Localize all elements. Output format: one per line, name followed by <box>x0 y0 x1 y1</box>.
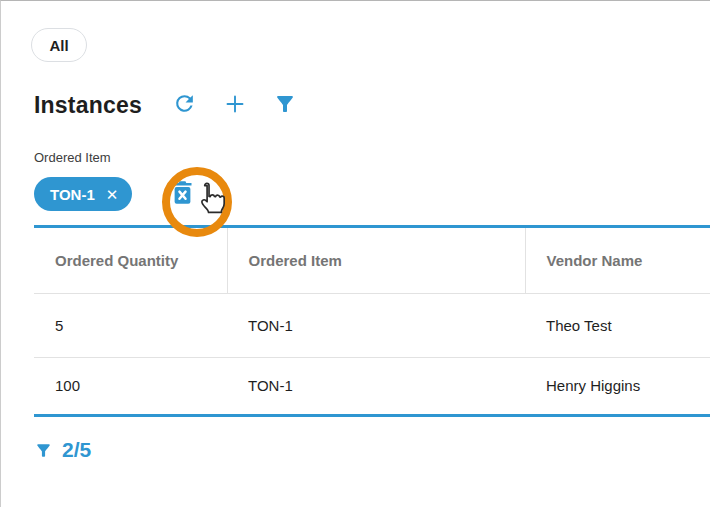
footer-filter-icon <box>34 441 53 460</box>
cell-ordered-quantity: 5 <box>34 293 227 357</box>
chip-remove-icon[interactable]: ✕ <box>106 187 119 202</box>
active-filter-row: TON-1 ✕ <box>34 177 710 211</box>
cell-vendor-name: Henry Higgins <box>525 357 710 414</box>
plus-icon <box>223 92 247 119</box>
cell-ordered-quantity: 100 <box>34 357 227 414</box>
instances-table: Ordered Quantity Ordered Item Vendor Nam… <box>34 225 710 417</box>
column-header-ordered-quantity: Ordered Quantity <box>34 228 227 293</box>
add-button[interactable] <box>223 92 247 119</box>
filter-button[interactable] <box>273 92 297 119</box>
delete-filter-icon <box>169 179 196 209</box>
table-header-row: Ordered Quantity Ordered Item Vendor Nam… <box>34 228 710 293</box>
instances-page: All Instances <box>0 0 710 507</box>
page-title: Instances <box>34 92 142 119</box>
cell-vendor-name: Theo Test <box>525 293 710 357</box>
column-header-vendor-name: Vendor Name <box>525 228 710 293</box>
refresh-button[interactable] <box>172 91 197 119</box>
cell-ordered-item: TON-1 <box>227 357 525 414</box>
filter-chip-ton1[interactable]: TON-1 ✕ <box>34 177 132 211</box>
table-row[interactable]: 100 TON-1 Henry Higgins <box>34 357 710 414</box>
cell-ordered-item: TON-1 <box>227 293 525 357</box>
filter-chip-label: TON-1 <box>50 186 95 203</box>
filter-field-label: Ordered Item <box>34 150 710 165</box>
clear-filter-button[interactable] <box>169 179 196 209</box>
page-header: Instances <box>34 91 710 119</box>
top-filter-bar: All <box>1 1 710 62</box>
table-footer: 2/5 <box>34 438 710 462</box>
refresh-icon <box>172 91 197 119</box>
all-tab-button[interactable]: All <box>31 28 87 62</box>
filter-count-badge: 2/5 <box>62 438 91 462</box>
column-header-ordered-item: Ordered Item <box>227 228 525 293</box>
all-tab-label: All <box>49 37 68 54</box>
filter-icon <box>273 92 297 119</box>
table-row[interactable]: 5 TON-1 Theo Test <box>34 293 710 357</box>
